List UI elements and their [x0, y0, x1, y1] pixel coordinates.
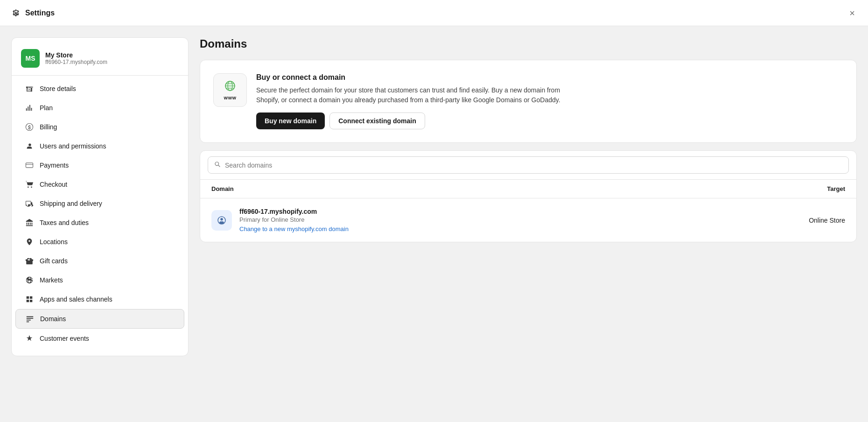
sidebar-item-label-users-permissions: Users and permissions: [40, 142, 106, 150]
buy-new-domain-button[interactable]: Buy new domain: [256, 113, 325, 129]
main-layout: MS My Store ff6960-17.myshopify.com Stor…: [0, 26, 868, 422]
promo-body: Buy or connect a domain Secure the perfe…: [256, 73, 843, 129]
search-input-wrapper[interactable]: [208, 156, 849, 174]
domain-sub-label: Primary for Online Store: [239, 216, 775, 223]
plan-icon: [25, 103, 34, 113]
search-input[interactable]: [225, 162, 843, 169]
sidebar-item-label-store-details: Store details: [40, 85, 76, 92]
gift-cards-icon: [25, 256, 34, 266]
sidebar-item-label-apps-sales-channels: Apps and sales channels: [40, 295, 112, 303]
sidebar-item-payments[interactable]: Payments: [15, 156, 184, 175]
sidebar-item-label-plan: Plan: [40, 104, 53, 112]
sidebar-item-label-domains: Domains: [40, 315, 66, 323]
domain-name: ff6960-17.myshopify.com: [239, 208, 775, 215]
payments-icon: [25, 161, 34, 170]
sidebar-item-store-details[interactable]: Store details: [15, 79, 184, 98]
promo-actions: Buy new domain Connect existing domain: [256, 113, 843, 129]
page-title: Domains: [200, 37, 857, 50]
sidebar-item-markets[interactable]: Markets: [15, 271, 184, 289]
store-header: MS My Store ff6960-17.myshopify.com: [12, 45, 188, 76]
sidebar-item-plan[interactable]: Plan: [15, 98, 184, 117]
sidebar-item-customer-events[interactable]: Customer events: [15, 329, 184, 348]
sidebar-item-apps-sales-channels[interactable]: Apps and sales channels: [15, 290, 184, 309]
change-domain-link[interactable]: Change to a new myshopify.com domain: [239, 225, 349, 232]
sidebar-item-billing[interactable]: Billing: [15, 118, 184, 136]
store-url: ff6960-17.myshopify.com: [45, 59, 107, 65]
sidebar-item-taxes-duties[interactable]: Taxes and duties: [15, 213, 184, 232]
sidebar-item-label-checkout: Checkout: [40, 181, 67, 188]
domain-row-icon: [211, 210, 232, 231]
promo-description: Secure the perfect domain for your store…: [256, 85, 574, 105]
sidebar-item-label-taxes-duties: Taxes and duties: [40, 219, 89, 226]
col-header-domain: Domain: [211, 185, 234, 192]
top-bar-left: Settings: [11, 8, 55, 18]
apps-sales-channels-icon: [25, 295, 34, 304]
search-icon: [214, 161, 221, 169]
col-header-target: Target: [827, 185, 845, 192]
billing-icon: [25, 122, 34, 132]
sidebar-item-label-payments: Payments: [40, 162, 69, 169]
users-permissions-icon: [25, 141, 34, 151]
store-name: My Store: [45, 51, 107, 59]
table-row: ff6960-17.myshopify.com Primary for Onli…: [200, 198, 856, 242]
store-avatar: MS: [21, 49, 40, 68]
domain-info: ff6960-17.myshopify.com Primary for Onli…: [239, 208, 775, 232]
domains-table-header: Domain Target: [200, 180, 856, 198]
settings-icon: [11, 8, 21, 18]
sidebar-item-label-locations: Locations: [40, 238, 68, 246]
sidebar-nav: Store details Plan Billing: [12, 79, 188, 348]
sidebar-item-label-customer-events: Customer events: [40, 335, 89, 342]
sidebar-item-label-gift-cards: Gift cards: [40, 257, 68, 265]
top-bar: Settings ×: [0, 0, 868, 26]
store-info: My Store ff6960-17.myshopify.com: [45, 51, 107, 65]
promo-domain-icon: WWW: [213, 73, 247, 107]
sidebar-item-users-permissions[interactable]: Users and permissions: [15, 137, 184, 155]
sidebar-item-label-shipping-delivery: Shipping and delivery: [40, 200, 102, 207]
www-label: WWW: [224, 96, 237, 100]
connect-existing-domain-button[interactable]: Connect existing domain: [329, 113, 425, 129]
promo-card: WWW Buy or connect a domain Secure the p…: [200, 60, 857, 143]
promo-title: Buy or connect a domain: [256, 73, 843, 82]
sidebar-item-label-billing: Billing: [40, 123, 57, 131]
search-container: [200, 151, 856, 180]
close-button[interactable]: ×: [847, 7, 857, 20]
customer-events-icon: [25, 334, 34, 343]
shipping-delivery-icon: [25, 199, 34, 208]
domains-icon: [25, 314, 35, 324]
domain-target: Online Store: [775, 217, 845, 224]
sidebar-item-label-markets: Markets: [40, 276, 63, 284]
checkout-icon: [25, 180, 34, 189]
locations-icon: [25, 237, 34, 246]
top-bar-title: Settings: [25, 9, 55, 17]
sidebar-item-domains[interactable]: Domains: [15, 309, 184, 329]
sidebar-item-shipping-delivery[interactable]: Shipping and delivery: [15, 194, 184, 213]
sidebar: MS My Store ff6960-17.myshopify.com Stor…: [11, 37, 189, 356]
store-details-icon: [25, 84, 34, 93]
domains-section: Domain Target ff6960-17.myshopify.com Pr…: [200, 150, 857, 242]
taxes-duties-icon: [25, 218, 34, 227]
sidebar-item-locations[interactable]: Locations: [15, 232, 184, 251]
main-content: Domains WWW: [200, 37, 857, 411]
sidebar-item-checkout[interactable]: Checkout: [15, 175, 184, 194]
app-container: Settings × MS My Store ff6960-17.myshopi…: [0, 0, 868, 422]
sidebar-item-gift-cards[interactable]: Gift cards: [15, 252, 184, 270]
markets-icon: [25, 275, 34, 285]
